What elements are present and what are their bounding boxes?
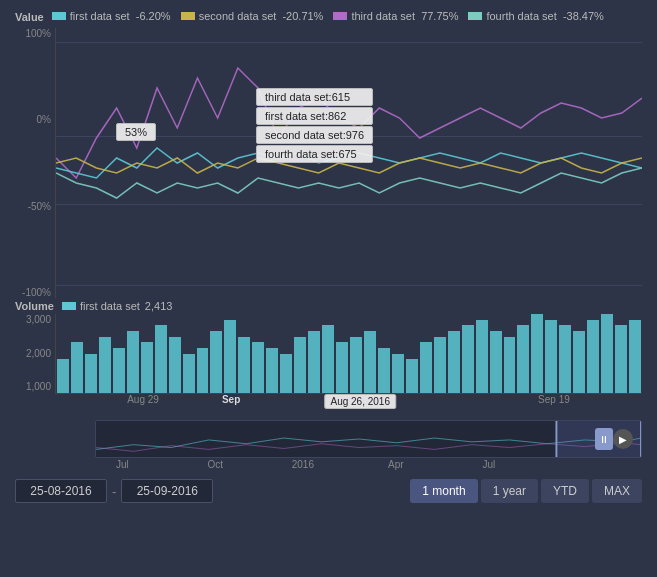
chart-legend: Value first data set -6.20% second data … — [15, 10, 642, 24]
volume-bar — [336, 342, 348, 393]
date-separator: - — [112, 484, 116, 499]
volume-bars — [55, 314, 642, 394]
volume-bar — [57, 359, 69, 393]
y-label-50: -50% — [15, 201, 51, 212]
volume-bar — [559, 325, 571, 393]
volume-bar — [350, 337, 362, 393]
volume-bar — [85, 354, 97, 394]
volume-area: 3,000 2,000 1,000 — [15, 314, 642, 394]
volume-bar — [266, 348, 278, 393]
volume-bar — [545, 320, 557, 393]
legend-color-2 — [181, 12, 195, 20]
volume-bar — [308, 331, 320, 393]
tooltip-box-2: first data set:862 — [256, 107, 373, 125]
volume-bar — [197, 348, 209, 393]
vol-y-3000: 3,000 — [15, 314, 51, 325]
chart-plot: 53% third data set:615 first data set:86… — [55, 28, 642, 298]
volume-bar — [406, 359, 418, 393]
volume-bar — [113, 348, 125, 393]
navigator-arrow[interactable]: ▶ — [613, 429, 633, 449]
volume-bar — [392, 354, 404, 394]
volume-section: Volume first data set 2,413 3,000 2,000 … — [15, 300, 642, 410]
volume-bar — [322, 325, 334, 393]
legend-color-3 — [333, 12, 347, 20]
y-label-n100: -100% — [15, 287, 51, 298]
x-label-sep19: Sep 19 — [538, 394, 570, 405]
volume-legend-value: 2,413 — [145, 300, 173, 312]
volume-bar — [629, 320, 641, 393]
legend-color-1 — [52, 12, 66, 20]
x-label-aug26: Aug 26, 2016 — [324, 394, 396, 409]
volume-bar — [448, 331, 460, 393]
period-btn-1month[interactable]: 1 month — [410, 479, 477, 503]
tooltip-box-3: second data set:976 — [256, 126, 373, 144]
legend-label-3: third data set 77.75% — [351, 10, 458, 22]
legend-item-3: third data set 77.75% — [333, 10, 458, 22]
legend-change-3: 77.75% — [421, 10, 458, 22]
volume-bar — [280, 354, 292, 394]
chart-container: Value first data set -6.20% second data … — [0, 0, 657, 577]
volume-bar — [169, 337, 181, 393]
navigator-handle[interactable]: ⏸ — [595, 428, 613, 450]
period-buttons: 1 month 1 year YTD MAX — [410, 479, 642, 503]
volume-bar — [601, 314, 613, 393]
nav-x-jul: Jul — [116, 459, 129, 470]
vol-y-2000: 2,000 — [15, 348, 51, 359]
tooltip-box-4: fourth data set:675 — [256, 145, 373, 163]
legend-item-1: first data set -6.20% — [52, 10, 171, 22]
volume-bar — [238, 337, 250, 393]
tooltip-left: 53% — [116, 123, 156, 141]
volume-bar — [531, 314, 543, 393]
period-btn-ytd[interactable]: YTD — [541, 479, 589, 503]
volume-bar — [517, 325, 529, 393]
period-btn-max[interactable]: MAX — [592, 479, 642, 503]
volume-x-axis: Aug 29 Sep Aug 26, 2016 Sep 19 — [55, 394, 642, 410]
volume-bar — [420, 342, 432, 393]
navigator-x-labels: Jul Oct 2016 Apr Jul — [95, 459, 642, 474]
navigator[interactable]: ⏸ ▶ — [95, 420, 642, 458]
volume-title: Volume — [15, 300, 54, 312]
volume-bar — [224, 320, 236, 393]
legend-change-2: -20.71% — [282, 10, 323, 22]
legend-item-2: second data set -20.71% — [181, 10, 324, 22]
volume-bar — [127, 331, 139, 393]
volume-legend-label: first data set — [80, 300, 140, 312]
y-label-0: 0% — [15, 114, 51, 125]
volume-bar — [434, 337, 446, 393]
tooltip-group: third data set:615 first data set:862 se… — [256, 88, 373, 164]
navigator-arrow-icon: ▶ — [619, 434, 627, 445]
volume-legend: Volume first data set 2,413 — [15, 300, 642, 312]
x-label-aug29: Aug 29 — [127, 394, 159, 405]
y-label-100: 100% — [15, 28, 51, 39]
navigator-svg — [96, 421, 641, 457]
volume-bar — [573, 331, 585, 393]
legend-label-1: first data set -6.20% — [70, 10, 171, 22]
volume-bar — [99, 337, 111, 393]
date-start-input[interactable] — [15, 479, 107, 503]
volume-bar — [364, 331, 376, 393]
volume-bar — [504, 337, 516, 393]
period-btn-1year[interactable]: 1 year — [481, 479, 538, 503]
legend-label-4: fourth data set -38.47% — [486, 10, 603, 22]
volume-y-labels: 3,000 2,000 1,000 — [15, 314, 55, 394]
volume-legend-color — [62, 302, 76, 310]
vol-y-1000: 1,000 — [15, 381, 51, 392]
volume-bar — [615, 325, 627, 393]
handle-icon: ⏸ — [599, 434, 609, 445]
volume-bar — [183, 354, 195, 394]
legend-label-2: second data set -20.71% — [199, 10, 324, 22]
volume-bar — [252, 342, 264, 393]
tooltip-left-value: 53% — [125, 126, 147, 138]
legend-title: Value — [15, 11, 44, 23]
nav-x-apr: Apr — [388, 459, 404, 470]
date-range: - — [15, 479, 213, 503]
date-end-input[interactable] — [121, 479, 213, 503]
nav-x-jul2: Jul — [482, 459, 495, 470]
controls-row: - 1 month 1 year YTD MAX — [15, 479, 642, 503]
volume-bar — [462, 325, 474, 393]
volume-bar — [210, 331, 222, 393]
x-label-sep: Sep — [222, 394, 240, 405]
nav-x-2016: 2016 — [292, 459, 314, 470]
legend-color-4 — [468, 12, 482, 20]
nav-x-oct: Oct — [208, 459, 224, 470]
